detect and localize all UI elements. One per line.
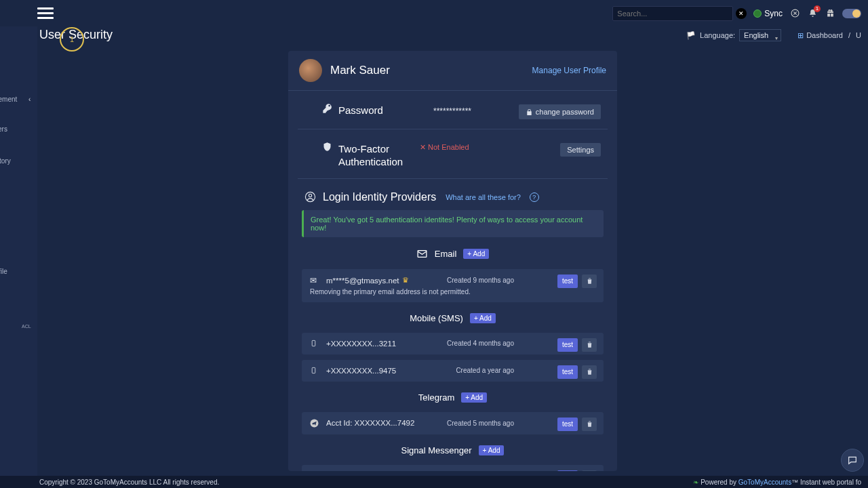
sync-dot-icon: [753, 9, 762, 18]
identity-row: +XXXXXXXX...9475 Created 4 months ago te…: [302, 465, 604, 472]
delete-button[interactable]: [582, 418, 597, 431]
person-circle-icon: [304, 191, 316, 203]
test-button[interactable]: test: [557, 418, 578, 431]
identity-row: ✉ m****5@gtmasys.net ♛ Created 9 months …: [302, 269, 604, 302]
identity-note: Removing the primary email address is no…: [310, 288, 595, 296]
test-button[interactable]: test: [557, 365, 578, 379]
sidebar-item[interactable]: story: [0, 157, 11, 165]
crown-icon: ♛: [402, 276, 409, 285]
crumb-current: U: [856, 31, 861, 39]
sidebar-item[interactable]: file: [0, 268, 7, 275]
footer: Copyright © 2023 GoToMyAccounts LLC All …: [0, 476, 868, 488]
test-button[interactable]: test: [557, 338, 578, 352]
add-telegram-button[interactable]: + Add: [461, 392, 487, 403]
card-header: Mark Sauer Manage User Profile: [288, 51, 617, 91]
svg-rect-5: [312, 367, 315, 373]
footer-powered-link[interactable]: GoToMyAccounts: [738, 479, 791, 486]
test-button[interactable]: test: [557, 470, 578, 472]
test-button[interactable]: test: [557, 274, 578, 288]
provider-mobile: Mobile (SMS) + Add +XXXXXXXX...3211 Crea…: [298, 309, 608, 382]
cancel-icon[interactable]: [789, 8, 800, 19]
sidebar-item[interactable]: ers: [0, 125, 7, 133]
gift-icon[interactable]: [825, 8, 835, 19]
breadcrumb: ⊞ Dashboard / U: [797, 31, 861, 40]
identity-created: Created 9 months ago: [447, 277, 514, 284]
add-email-button[interactable]: + Add: [463, 249, 489, 259]
identity-row: +XXXXXXXX...3211 Created 4 months ago te…: [302, 333, 604, 354]
provider-email-title: Email: [435, 249, 457, 259]
topbar: ✕ Sync 1: [0, 0, 868, 26]
identity-value: Acct Id: XXXXXXX...7492: [326, 419, 414, 427]
lock-icon: [526, 108, 533, 116]
lip-success-banner: Great! You've got 5 authentication ident…: [302, 210, 604, 237]
identity-value: +XXXXXXXX...3211: [326, 340, 396, 348]
lip-help-link[interactable]: What are all these for?: [446, 193, 521, 201]
footer-powered: ❧ Powered by GoToMyAccounts™ Instant web…: [693, 479, 861, 486]
sync-status[interactable]: Sync: [753, 9, 783, 18]
shield-icon: [322, 142, 334, 152]
chat-fab[interactable]: [841, 449, 864, 472]
lip-header: Login Identity Providers What are all th…: [298, 179, 608, 210]
identity-value: m****5@gtmasys.net: [326, 277, 399, 285]
x-icon: ✕: [420, 143, 426, 151]
add-mobile-button[interactable]: + Add: [470, 313, 496, 323]
change-password-button[interactable]: change password: [519, 104, 601, 119]
identity-row: +XXXXXXXX...9475 Created a year ago test: [302, 360, 604, 382]
chevron-left-icon[interactable]: ‹: [28, 96, 31, 103]
provider-signal-title: Signal Messenger: [401, 445, 472, 455]
phone-icon: [310, 340, 322, 347]
crumb-sep: /: [848, 31, 850, 39]
delete-button[interactable]: [582, 338, 597, 352]
dashboard-icon: ⊞: [797, 31, 804, 40]
password-row: Password ************ change password: [298, 91, 608, 129]
sidebar-acl-label: ACL: [22, 324, 31, 329]
svg-point-2: [309, 194, 311, 197]
envelope-icon: [416, 248, 428, 260]
twofa-settings-button[interactable]: Settings: [560, 143, 601, 157]
svg-rect-4: [312, 340, 315, 346]
password-mask: ************: [433, 106, 471, 116]
avatar: [299, 59, 322, 82]
provider-email: Email + Add ✉ m****5@gtmasys.net ♛ Creat…: [298, 244, 608, 302]
leaf-icon: ❧: [693, 479, 698, 486]
notifications-icon[interactable]: 1: [807, 8, 818, 19]
search-input[interactable]: [612, 6, 733, 21]
crumb-dashboard[interactable]: Dashboard: [806, 31, 843, 39]
provider-mobile-title: Mobile (SMS): [410, 313, 463, 323]
language-select[interactable]: English: [739, 29, 781, 41]
user-name: Mark Sauer: [330, 64, 390, 77]
identity-created: Created a year ago: [456, 367, 514, 374]
sidebar: [0, 26, 37, 476]
provider-telegram-title: Telegram: [418, 392, 454, 403]
content-area: Mark Sauer Manage User Profile Password …: [37, 47, 868, 476]
delete-button[interactable]: [582, 274, 597, 288]
provider-signal: Signal Messenger + Add +XXXXXXXX...9475 …: [298, 441, 608, 472]
add-signal-button[interactable]: + Add: [479, 445, 505, 455]
footer-copyright: Copyright © 2023 GoToMyAccounts LLC All …: [39, 479, 219, 486]
change-password-label: change password: [536, 108, 594, 116]
delete-button[interactable]: [582, 470, 597, 472]
theme-toggle[interactable]: [842, 9, 861, 18]
telegram-icon: [310, 419, 322, 428]
provider-telegram: Telegram + Add Acct Id: XXXXXXX...7492 C…: [298, 388, 608, 434]
notif-badge: 1: [814, 5, 821, 12]
identity-created: Created 5 months ago: [447, 420, 514, 427]
sidebar-item[interactable]: gement: [0, 96, 17, 103]
language-flag-icon: 🏳️: [686, 31, 696, 40]
user-security-card: Mark Sauer Manage User Profile Password …: [288, 51, 617, 471]
search-container: ✕: [612, 6, 747, 21]
identity-row: Acct Id: XXXXXXX...7492 Created 5 months…: [302, 412, 604, 434]
envelope-icon: ✉: [310, 276, 322, 285]
manage-profile-link[interactable]: Manage User Profile: [532, 66, 606, 75]
sync-label: Sync: [764, 9, 783, 18]
identity-value: +XXXXXXXX...9475: [326, 367, 396, 375]
delete-button[interactable]: [582, 365, 597, 379]
secondbar: 🏳️ Language: English ▾ ⊞ Dashboard / U: [0, 26, 868, 44]
password-label: Password: [338, 104, 413, 116]
twofa-status: Not Enabled: [428, 143, 469, 151]
lip-title: Login Identity Providers: [323, 191, 436, 203]
search-clear-button[interactable]: ✕: [736, 8, 747, 19]
key-icon: [322, 103, 334, 114]
hamburger-menu-button[interactable]: [37, 5, 54, 22]
help-icon[interactable]: ?: [530, 192, 539, 202]
